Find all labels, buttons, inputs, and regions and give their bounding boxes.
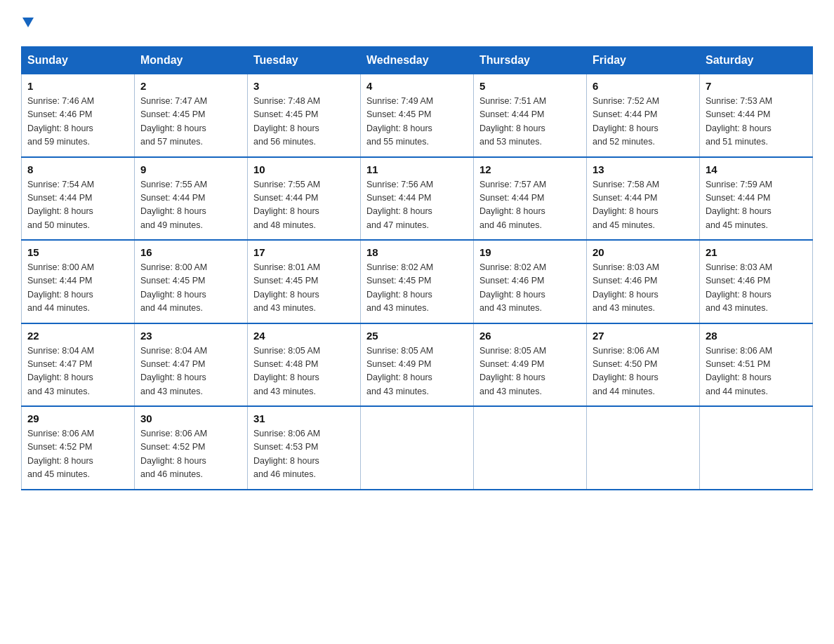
day-info: Sunrise: 8:05 AMSunset: 4:49 PMDaylight:… xyxy=(366,344,468,399)
day-number: 15 xyxy=(27,246,128,258)
calendar-cell xyxy=(587,406,700,490)
day-info: Sunrise: 7:49 AMSunset: 4:45 PMDaylight:… xyxy=(366,95,468,149)
day-info: Sunrise: 8:00 AMSunset: 4:45 PMDaylight:… xyxy=(140,261,241,316)
day-info: Sunrise: 8:04 AMSunset: 4:47 PMDaylight:… xyxy=(140,344,241,399)
calendar-cell: 22Sunrise: 8:04 AMSunset: 4:47 PMDayligh… xyxy=(22,323,135,407)
calendar-cell: 30Sunrise: 8:06 AMSunset: 4:52 PMDayligh… xyxy=(135,406,248,490)
calendar-cell: 24Sunrise: 8:05 AMSunset: 4:48 PMDayligh… xyxy=(248,323,361,407)
calendar-cell: 23Sunrise: 8:04 AMSunset: 4:47 PMDayligh… xyxy=(135,323,248,407)
day-number: 27 xyxy=(593,330,694,342)
calendar-cell: 9Sunrise: 7:55 AMSunset: 4:44 PMDaylight… xyxy=(135,157,248,241)
calendar-cell: 27Sunrise: 8:06 AMSunset: 4:50 PMDayligh… xyxy=(587,323,700,407)
day-info: Sunrise: 7:48 AMSunset: 4:45 PMDaylight:… xyxy=(253,95,355,149)
header-cell-tuesday: Tuesday xyxy=(248,47,361,74)
header-cell-wednesday: Wednesday xyxy=(361,47,474,74)
day-number: 16 xyxy=(140,246,241,258)
day-info: Sunrise: 8:03 AMSunset: 4:46 PMDaylight:… xyxy=(593,261,694,316)
calendar-cell: 6Sunrise: 7:52 AMSunset: 4:44 PMDaylight… xyxy=(587,74,700,157)
day-number: 13 xyxy=(593,163,694,175)
day-number: 9 xyxy=(140,163,241,175)
day-info: Sunrise: 8:05 AMSunset: 4:48 PMDaylight:… xyxy=(253,344,355,399)
calendar-cell: 10Sunrise: 7:55 AMSunset: 4:44 PMDayligh… xyxy=(248,157,361,241)
day-number: 20 xyxy=(593,246,694,258)
day-info: Sunrise: 7:55 AMSunset: 4:44 PMDaylight:… xyxy=(253,178,355,233)
day-info: Sunrise: 8:01 AMSunset: 4:45 PMDaylight:… xyxy=(253,261,355,316)
day-number: 19 xyxy=(479,246,581,258)
day-info: Sunrise: 7:53 AMSunset: 4:44 PMDaylight:… xyxy=(706,95,807,149)
calendar-cell: 20Sunrise: 8:03 AMSunset: 4:46 PMDayligh… xyxy=(587,240,700,323)
day-number: 21 xyxy=(706,246,807,258)
week-row-2: 8Sunrise: 7:54 AMSunset: 4:44 PMDaylight… xyxy=(22,157,813,241)
logo-text xyxy=(21,14,34,34)
day-number: 5 xyxy=(479,80,581,92)
day-number: 23 xyxy=(140,330,241,342)
calendar-cell: 2Sunrise: 7:47 AMSunset: 4:45 PMDaylight… xyxy=(135,74,248,157)
calendar-cell xyxy=(361,406,474,490)
day-info: Sunrise: 8:06 AMSunset: 4:50 PMDaylight:… xyxy=(593,344,694,399)
day-number: 2 xyxy=(140,80,241,92)
day-number: 3 xyxy=(253,80,355,92)
day-info: Sunrise: 8:06 AMSunset: 4:52 PMDaylight:… xyxy=(140,427,241,482)
logo-area xyxy=(21,14,34,34)
day-info: Sunrise: 8:00 AMSunset: 4:44 PMDaylight:… xyxy=(27,261,128,316)
day-info: Sunrise: 7:52 AMSunset: 4:44 PMDaylight:… xyxy=(593,95,694,149)
calendar-cell: 16Sunrise: 8:00 AMSunset: 4:45 PMDayligh… xyxy=(135,240,248,323)
calendar-cell: 31Sunrise: 8:06 AMSunset: 4:53 PMDayligh… xyxy=(248,406,361,490)
calendar-cell: 13Sunrise: 7:58 AMSunset: 4:44 PMDayligh… xyxy=(587,157,700,241)
day-info: Sunrise: 7:55 AMSunset: 4:44 PMDaylight:… xyxy=(140,178,241,233)
calendar-body: 1Sunrise: 7:46 AMSunset: 4:46 PMDaylight… xyxy=(22,74,813,490)
day-number: 31 xyxy=(253,412,355,424)
day-number: 11 xyxy=(366,163,468,175)
calendar-cell: 7Sunrise: 7:53 AMSunset: 4:44 PMDaylight… xyxy=(700,74,813,157)
day-number: 12 xyxy=(479,163,581,175)
day-number: 1 xyxy=(27,80,128,92)
day-number: 28 xyxy=(706,330,807,342)
day-info: Sunrise: 8:02 AMSunset: 4:45 PMDaylight:… xyxy=(366,261,468,316)
header-cell-saturday: Saturday xyxy=(700,47,813,74)
calendar-cell: 5Sunrise: 7:51 AMSunset: 4:44 PMDaylight… xyxy=(474,74,587,157)
day-info: Sunrise: 7:51 AMSunset: 4:44 PMDaylight:… xyxy=(479,95,581,149)
day-number: 30 xyxy=(140,412,241,424)
calendar-cell: 1Sunrise: 7:46 AMSunset: 4:46 PMDaylight… xyxy=(22,74,135,157)
day-number: 24 xyxy=(253,330,355,342)
day-info: Sunrise: 7:46 AMSunset: 4:46 PMDaylight:… xyxy=(27,95,128,149)
week-row-4: 22Sunrise: 8:04 AMSunset: 4:47 PMDayligh… xyxy=(22,323,813,407)
day-number: 18 xyxy=(366,246,468,258)
day-info: Sunrise: 8:06 AMSunset: 4:51 PMDaylight:… xyxy=(706,344,807,399)
day-info: Sunrise: 8:05 AMSunset: 4:49 PMDaylight:… xyxy=(479,344,581,399)
calendar-cell: 15Sunrise: 8:00 AMSunset: 4:44 PMDayligh… xyxy=(22,240,135,323)
day-info: Sunrise: 8:06 AMSunset: 4:53 PMDaylight:… xyxy=(253,427,355,482)
day-info: Sunrise: 7:58 AMSunset: 4:44 PMDaylight:… xyxy=(593,178,694,233)
day-info: Sunrise: 8:06 AMSunset: 4:52 PMDaylight:… xyxy=(27,427,128,482)
day-number: 22 xyxy=(27,330,128,342)
week-row-1: 1Sunrise: 7:46 AMSunset: 4:46 PMDaylight… xyxy=(22,74,813,157)
day-info: Sunrise: 7:47 AMSunset: 4:45 PMDaylight:… xyxy=(140,95,241,149)
calendar-cell xyxy=(700,406,813,490)
day-number: 8 xyxy=(27,163,128,175)
day-number: 14 xyxy=(706,163,807,175)
header xyxy=(21,14,813,34)
calendar-header: SundayMondayTuesdayWednesdayThursdayFrid… xyxy=(22,47,813,74)
day-number: 25 xyxy=(366,330,468,342)
calendar-cell: 28Sunrise: 8:06 AMSunset: 4:51 PMDayligh… xyxy=(700,323,813,407)
day-info: Sunrise: 7:59 AMSunset: 4:44 PMDaylight:… xyxy=(706,178,807,233)
calendar-cell: 17Sunrise: 8:01 AMSunset: 4:45 PMDayligh… xyxy=(248,240,361,323)
header-cell-thursday: Thursday xyxy=(474,47,587,74)
day-number: 4 xyxy=(366,80,468,92)
calendar-cell: 25Sunrise: 8:05 AMSunset: 4:49 PMDayligh… xyxy=(361,323,474,407)
logo-triangle-icon xyxy=(22,18,34,27)
day-number: 26 xyxy=(479,330,581,342)
day-number: 6 xyxy=(593,80,694,92)
page: SundayMondayTuesdayWednesdayThursdayFrid… xyxy=(0,0,834,511)
header-cell-sunday: Sunday xyxy=(22,47,135,74)
calendar-cell: 11Sunrise: 7:56 AMSunset: 4:44 PMDayligh… xyxy=(361,157,474,241)
day-info: Sunrise: 7:56 AMSunset: 4:44 PMDaylight:… xyxy=(366,178,468,233)
calendar-cell: 8Sunrise: 7:54 AMSunset: 4:44 PMDaylight… xyxy=(22,157,135,241)
day-number: 7 xyxy=(706,80,807,92)
day-info: Sunrise: 7:57 AMSunset: 4:44 PMDaylight:… xyxy=(479,178,581,233)
week-row-3: 15Sunrise: 8:00 AMSunset: 4:44 PMDayligh… xyxy=(22,240,813,323)
calendar-cell: 18Sunrise: 8:02 AMSunset: 4:45 PMDayligh… xyxy=(361,240,474,323)
day-info: Sunrise: 7:54 AMSunset: 4:44 PMDaylight:… xyxy=(27,178,128,233)
day-info: Sunrise: 8:03 AMSunset: 4:46 PMDaylight:… xyxy=(706,261,807,316)
calendar-cell: 4Sunrise: 7:49 AMSunset: 4:45 PMDaylight… xyxy=(361,74,474,157)
